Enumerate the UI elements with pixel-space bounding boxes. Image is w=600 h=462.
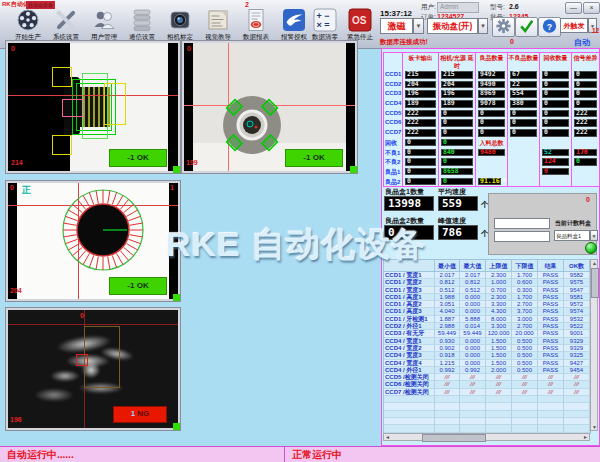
measure-cell: PASS — [538, 294, 564, 301]
measure-empty-cell — [435, 396, 460, 403]
status-cell: 189 — [438, 99, 475, 109]
measure-cell: PASS — [538, 352, 564, 359]
help-button[interactable]: ? — [538, 17, 561, 37]
measure-header: 最小值 — [435, 260, 460, 272]
status-cell: 9492 — [475, 70, 507, 80]
status-cell: 0 — [438, 128, 475, 138]
measure-row-label: CCD1 / 高度2 — [384, 301, 435, 308]
vibrator-dropdown-arrow[interactable]: ▼ — [478, 18, 488, 34]
current-counter-arrow[interactable]: ▼ — [590, 230, 598, 241]
status-value-box: 0 — [542, 71, 569, 79]
measure-empty-cell — [512, 411, 538, 418]
status-cell — [571, 138, 599, 148]
status-cell: 380 — [507, 99, 539, 109]
status-value-box: 170 — [574, 149, 597, 157]
status-value-box: 0 — [441, 129, 473, 137]
status-cell: 0 — [539, 70, 571, 80]
camera-edge-bar — [169, 43, 178, 171]
external-trigger-button[interactable]: 外触发 — [560, 18, 588, 33]
status-cell: 0 — [438, 157, 475, 167]
measure-empty-cell — [384, 403, 435, 410]
camera-3-image: 0 正 1 204 -1 OK — [8, 183, 178, 299]
measure-header: 上限值 — [486, 260, 512, 272]
status-value-box: 9078 — [478, 100, 505, 108]
measure-row-label: CCD1 / 高度1 — [384, 294, 435, 301]
measure-empty-cell — [460, 418, 486, 425]
frame-counter: 0 — [11, 45, 15, 52]
status-cell: 0 — [402, 157, 438, 167]
status-cell: 0 — [571, 70, 599, 80]
measure-cell: 0.500 — [512, 352, 538, 359]
settings-gear-button[interactable] — [492, 17, 515, 37]
measure-empty-cell — [486, 425, 512, 432]
measure-empty-cell — [435, 403, 460, 410]
status-value-box: 554 — [510, 90, 537, 98]
status-value-box: 0 — [574, 100, 597, 108]
measure-cell: 2.700 — [512, 323, 538, 330]
status-cell: 0 — [438, 118, 475, 128]
measure-empty-cell — [460, 403, 486, 410]
measure-cell: 1.500 — [486, 345, 512, 352]
panel-zero: 0 — [586, 196, 590, 203]
measure-cell: 9582 — [564, 272, 590, 279]
status-row-label: CCD5 — [384, 109, 402, 119]
measure-row-label: CCD4 / 宽度4 — [384, 360, 435, 367]
measure-cell: 1.988 — [435, 294, 460, 301]
status-value-box: 222 — [574, 129, 597, 137]
excite-button[interactable]: 激磁 — [380, 18, 413, 34]
ng-count: 1 — [131, 409, 135, 418]
status-cell: 8969 — [475, 89, 507, 99]
status-cell: 0 — [539, 99, 571, 109]
measure-cell: 2.300 — [486, 272, 512, 279]
measure-cell: /// — [538, 374, 564, 381]
measure-cell: 0.000 — [460, 352, 486, 359]
measure-cell: PASS — [538, 301, 564, 308]
status-row-label: 不良1 — [384, 148, 402, 158]
minimize-button[interactable]: — — [565, 2, 582, 14]
status-row-label: CCD2 — [384, 80, 402, 90]
confirm-check-button[interactable] — [515, 17, 538, 37]
status-value-box: 840 — [441, 149, 473, 157]
result-badge: -1 OK — [109, 277, 167, 295]
svg-text:+ −: + − — [317, 11, 330, 21]
excite-dropdown-arrow[interactable]: ▼ — [413, 18, 424, 34]
measure-cell: PASS — [538, 287, 564, 294]
measure-cell: PASS — [538, 367, 564, 374]
current-counter-select[interactable]: 良品料盒1 — [554, 230, 590, 241]
vibrator-button[interactable]: 振动盘(开) — [427, 18, 478, 34]
count-input-2[interactable] — [494, 231, 550, 242]
measure-cell: /// — [512, 374, 538, 381]
measure-cell: /// — [486, 389, 512, 396]
status-value-box: 0 — [510, 110, 537, 118]
status-cell — [475, 157, 507, 167]
report-document-icon — [243, 8, 269, 32]
status-row-label: CCD7 — [384, 128, 402, 138]
measure-cell: 0.600 — [512, 279, 538, 286]
status-cell — [507, 138, 539, 148]
measure-cell: 9329 — [564, 338, 590, 345]
status-cell: 0 — [539, 109, 571, 119]
status-value-box: 0 — [574, 81, 597, 89]
status-value-box: 189 — [405, 100, 436, 108]
measure-cell: /// — [564, 389, 590, 396]
status-cell: 22 — [507, 80, 539, 90]
status-value-box: 52 — [542, 149, 569, 157]
status-value-box: 0 — [478, 110, 505, 118]
vertical-scrollbar[interactable]: ▲ ▼ — [590, 259, 598, 431]
measure-cell: 59.449 — [460, 330, 486, 337]
measure-header: 最大值 — [460, 260, 486, 272]
measure-cell: 0.812 — [435, 279, 460, 286]
measure-cell: /// — [512, 381, 538, 388]
box1-count-value: 13998 — [384, 196, 434, 211]
measure-empty-cell — [384, 411, 435, 418]
measure-cell: 4.300 — [486, 308, 512, 315]
close-button[interactable]: × — [583, 2, 600, 14]
measure-cell: 0.512 — [435, 287, 460, 294]
status-cell: 189 — [402, 99, 438, 109]
measure-row-label: CCD6 /检测关闭 — [384, 381, 435, 388]
horizontal-scrollbar[interactable]: ◄ ► — [383, 433, 590, 441]
status-value-box: 0 — [542, 119, 569, 127]
status-value-box: 196 — [441, 90, 473, 98]
box2-count-value: 0 — [384, 225, 434, 240]
count-input-1[interactable] — [494, 218, 550, 229]
